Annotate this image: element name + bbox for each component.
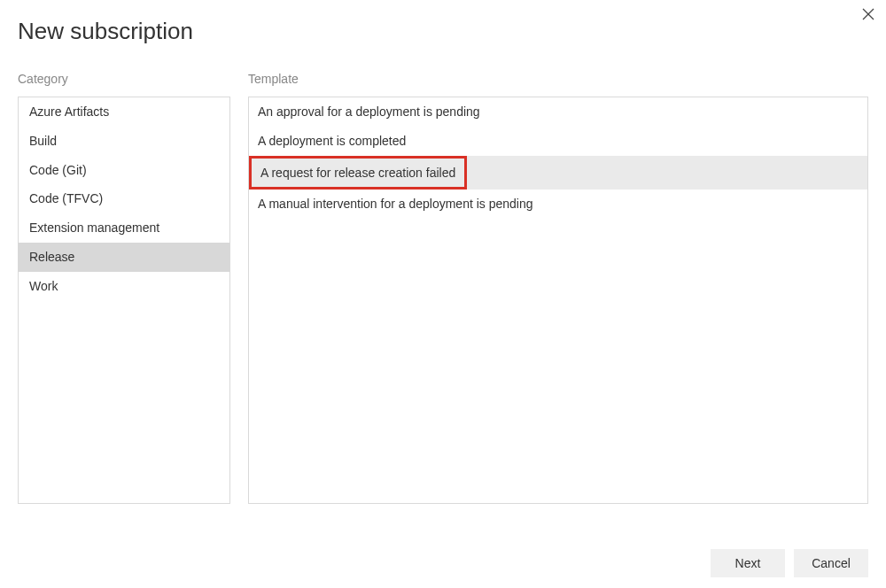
dialog-title: New subscription: [0, 0, 886, 45]
template-listbox: An approval for a deployment is pending …: [248, 97, 868, 504]
category-listbox: Azure Artifacts Build Code (Git) Code (T…: [18, 97, 230, 504]
category-item-release[interactable]: Release: [19, 243, 229, 272]
close-button[interactable]: [861, 7, 875, 21]
template-item-approval-pending[interactable]: An approval for a deployment is pending: [249, 97, 867, 127]
template-item-release-creation-failed[interactable]: A request for release creation failed: [252, 159, 464, 188]
category-label: Category: [18, 72, 230, 86]
category-item-code-tfvc[interactable]: Code (TFVC): [19, 184, 229, 213]
category-item-azure-artifacts[interactable]: Azure Artifacts: [19, 97, 229, 127]
highlight-annotation: A request for release creation failed: [249, 156, 467, 190]
template-item-manual-intervention-pending[interactable]: A manual intervention for a deployment i…: [249, 190, 867, 219]
category-item-extension-management[interactable]: Extension management: [19, 213, 229, 243]
next-button[interactable]: Next: [711, 549, 785, 577]
template-item-deployment-completed[interactable]: A deployment is completed: [249, 127, 867, 156]
cancel-button[interactable]: Cancel: [794, 549, 868, 577]
template-label: Template: [248, 72, 868, 86]
category-item-work[interactable]: Work: [19, 272, 229, 301]
category-item-code-git[interactable]: Code (Git): [19, 156, 229, 185]
close-icon: [862, 8, 874, 20]
category-item-build[interactable]: Build: [19, 127, 229, 156]
